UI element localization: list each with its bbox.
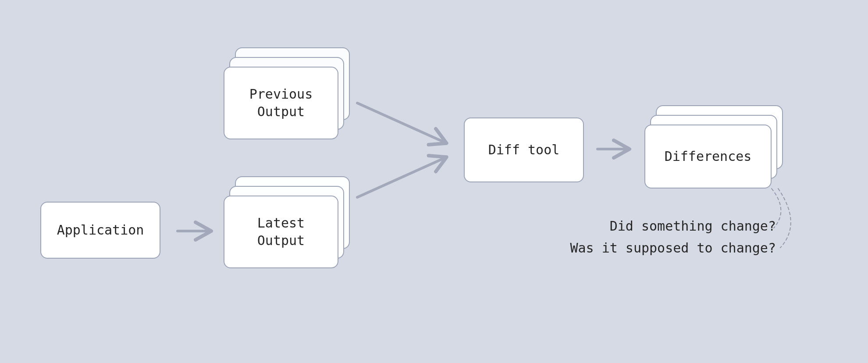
node-differences-label: Differences [665, 148, 752, 166]
node-differences: Differences [644, 125, 772, 189]
stack-back-latest-2 [229, 186, 344, 259]
stack-back-latest-1 [235, 176, 350, 249]
diagram-canvas: Application Previous Output Latest Outpu… [0, 0, 868, 363]
dashed-connector-2 [778, 189, 791, 248]
arrow-layer [0, 0, 868, 363]
stack-back-differences-1 [656, 105, 783, 169]
node-previous-output-label: Previous Output [249, 85, 313, 121]
node-latest-output: Latest Output [224, 196, 338, 268]
arrow-latest-to-diff [357, 158, 445, 197]
node-application-label: Application [57, 221, 144, 239]
dashed-connector-1 [772, 189, 781, 228]
node-diff-tool: Diff tool [464, 117, 584, 182]
node-application: Application [40, 202, 160, 259]
stack-back-previous-1 [235, 47, 350, 120]
node-latest-output-label: Latest Output [257, 214, 305, 250]
node-previous-output: Previous Output [224, 67, 338, 139]
annotation-question-2: Was it supposed to change? [570, 240, 776, 256]
arrow-previous-to-diff [357, 103, 445, 142]
annotation-question-1: Did something change? [610, 218, 776, 234]
stack-back-previous-2 [229, 57, 344, 130]
stack-back-differences-2 [650, 115, 777, 179]
node-diff-tool-label: Diff tool [488, 141, 560, 159]
